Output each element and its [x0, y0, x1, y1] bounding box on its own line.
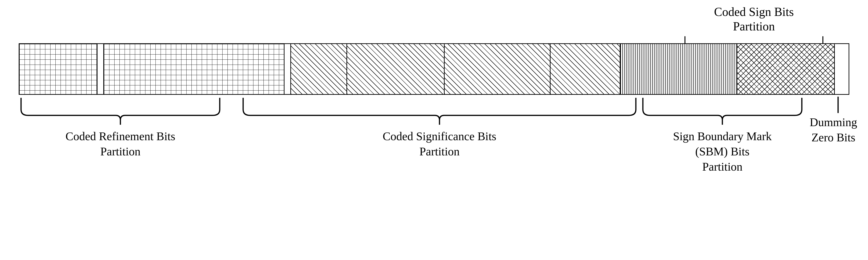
brace-significance-svg — [241, 95, 638, 126]
sbm-label: Sign Boundary Mark (SBM) Bits Partition — [641, 129, 804, 174]
segment-csb-1 — [291, 44, 347, 94]
segment-crb-small — [20, 44, 97, 94]
segment-blank-end — [835, 44, 848, 94]
refinement-label: Coded Refinement Bits Partition — [19, 129, 222, 159]
segment-crb-main — [104, 44, 284, 94]
coded-sign-bits-label: Coded Sign Bits Partition — [678, 5, 830, 34]
segment-csb-2 — [347, 44, 445, 94]
brace-dumming-svg — [816, 95, 860, 114]
main-bar — [19, 43, 849, 95]
diagram-container: Coded Sign Bits Partition — [0, 0, 868, 260]
brace-sbm-svg — [641, 95, 804, 126]
segment-csign — [737, 44, 835, 94]
dumming-label: Dumming Zero Bits — [804, 115, 863, 145]
significance-label: Coded Significance Bits Partition — [241, 129, 638, 159]
segment-csb-4 — [551, 44, 620, 94]
brace-refinement-svg — [19, 95, 222, 126]
segment-sbm — [620, 44, 737, 94]
segment-csb-3 — [445, 44, 551, 94]
segment-divider-1 — [97, 44, 104, 94]
segment-divider-2 — [284, 44, 291, 94]
